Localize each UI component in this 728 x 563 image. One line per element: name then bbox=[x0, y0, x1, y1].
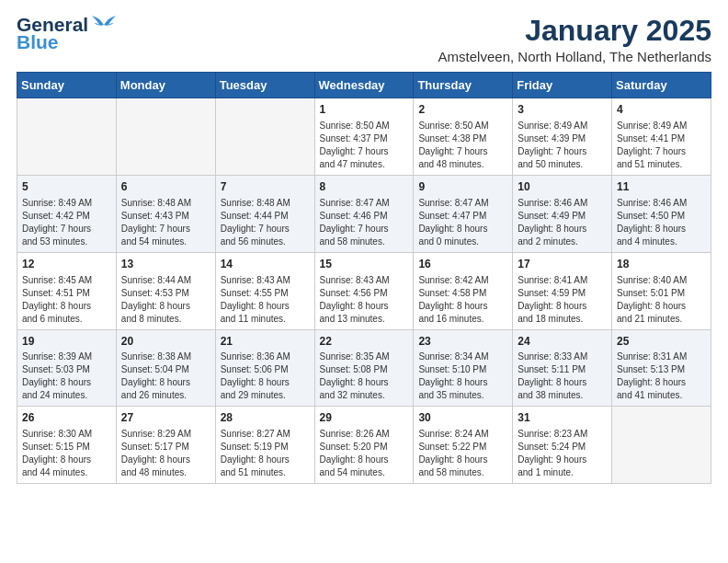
day-info: Sunrise: 8:36 AM Sunset: 5:06 PM Dayligh… bbox=[221, 350, 310, 402]
day-number: 31 bbox=[518, 410, 607, 426]
table-row: 15Sunrise: 8:43 AM Sunset: 4:56 PM Dayli… bbox=[314, 252, 414, 329]
table-row: 11Sunrise: 8:46 AM Sunset: 4:50 PM Dayli… bbox=[612, 175, 711, 252]
table-row: 28Sunrise: 8:27 AM Sunset: 5:19 PM Dayli… bbox=[215, 407, 314, 484]
day-info: Sunrise: 8:47 AM Sunset: 4:46 PM Dayligh… bbox=[320, 197, 409, 248]
day-number: 10 bbox=[518, 179, 607, 195]
col-saturday: Saturday bbox=[612, 73, 711, 98]
day-info: Sunrise: 8:41 AM Sunset: 4:59 PM Dayligh… bbox=[518, 274, 607, 326]
day-number: 24 bbox=[518, 334, 607, 350]
table-row: 5Sunrise: 8:49 AM Sunset: 4:42 PM Daylig… bbox=[17, 175, 117, 252]
table-row bbox=[215, 98, 314, 176]
table-row: 2Sunrise: 8:50 AM Sunset: 4:38 PM Daylig… bbox=[414, 98, 513, 176]
day-info: Sunrise: 8:40 AM Sunset: 5:01 PM Dayligh… bbox=[617, 274, 706, 326]
logo-bird-icon bbox=[90, 14, 118, 36]
day-info: Sunrise: 8:38 AM Sunset: 5:04 PM Dayligh… bbox=[121, 350, 210, 402]
day-info: Sunrise: 8:50 AM Sunset: 4:37 PM Dayligh… bbox=[320, 120, 409, 171]
col-friday: Friday bbox=[513, 73, 612, 98]
day-number: 12 bbox=[22, 257, 111, 272]
day-info: Sunrise: 8:44 AM Sunset: 4:53 PM Dayligh… bbox=[121, 274, 210, 326]
day-info: Sunrise: 8:39 AM Sunset: 5:03 PM Dayligh… bbox=[22, 350, 111, 402]
col-thursday: Thursday bbox=[414, 73, 513, 98]
table-row: 7Sunrise: 8:48 AM Sunset: 4:44 PM Daylig… bbox=[215, 175, 314, 252]
day-info: Sunrise: 8:45 AM Sunset: 4:51 PM Dayligh… bbox=[22, 274, 111, 326]
col-tuesday: Tuesday bbox=[215, 73, 314, 98]
table-row: 27Sunrise: 8:29 AM Sunset: 5:17 PM Dayli… bbox=[116, 407, 215, 484]
table-row: 13Sunrise: 8:44 AM Sunset: 4:53 PM Dayli… bbox=[116, 252, 215, 329]
header: General Blue January 2025 Amstelveen, No… bbox=[17, 15, 711, 64]
day-info: Sunrise: 8:42 AM Sunset: 4:58 PM Dayligh… bbox=[418, 274, 507, 326]
day-number: 6 bbox=[121, 179, 210, 195]
table-row: 10Sunrise: 8:46 AM Sunset: 4:49 PM Dayli… bbox=[513, 175, 612, 252]
table-row: 22Sunrise: 8:35 AM Sunset: 5:08 PM Dayli… bbox=[314, 329, 414, 407]
col-wednesday: Wednesday bbox=[314, 73, 414, 98]
table-row: 24Sunrise: 8:33 AM Sunset: 5:11 PM Dayli… bbox=[513, 329, 612, 407]
day-number: 29 bbox=[320, 410, 409, 426]
day-number: 15 bbox=[320, 257, 409, 272]
table-row: 21Sunrise: 8:36 AM Sunset: 5:06 PM Dayli… bbox=[215, 329, 314, 407]
day-info: Sunrise: 8:24 AM Sunset: 5:22 PM Dayligh… bbox=[418, 428, 507, 479]
table-row: 31Sunrise: 8:23 AM Sunset: 5:24 PM Dayli… bbox=[513, 407, 612, 484]
table-row: 3Sunrise: 8:49 AM Sunset: 4:39 PM Daylig… bbox=[513, 98, 612, 176]
day-number: 25 bbox=[617, 334, 706, 350]
day-number: 9 bbox=[418, 179, 507, 195]
day-number: 21 bbox=[221, 334, 310, 350]
table-row: 23Sunrise: 8:34 AM Sunset: 5:10 PM Dayli… bbox=[414, 329, 513, 407]
day-info: Sunrise: 8:48 AM Sunset: 4:44 PM Dayligh… bbox=[221, 197, 310, 248]
day-number: 30 bbox=[418, 410, 507, 426]
calendar-week-row: 26Sunrise: 8:30 AM Sunset: 5:15 PM Dayli… bbox=[17, 407, 711, 484]
day-number: 8 bbox=[320, 179, 409, 195]
table-row: 1Sunrise: 8:50 AM Sunset: 4:37 PM Daylig… bbox=[314, 98, 414, 176]
day-info: Sunrise: 8:49 AM Sunset: 4:42 PM Dayligh… bbox=[22, 197, 111, 248]
day-number: 2 bbox=[418, 102, 507, 118]
day-number: 20 bbox=[121, 334, 210, 350]
day-number: 5 bbox=[22, 179, 111, 195]
day-number: 27 bbox=[121, 410, 210, 426]
day-info: Sunrise: 8:49 AM Sunset: 4:39 PM Dayligh… bbox=[518, 120, 607, 171]
table-row: 18Sunrise: 8:40 AM Sunset: 5:01 PM Dayli… bbox=[612, 252, 711, 329]
table-row: 17Sunrise: 8:41 AM Sunset: 4:59 PM Dayli… bbox=[513, 252, 612, 329]
table-row bbox=[116, 98, 215, 176]
day-number: 7 bbox=[221, 179, 310, 195]
col-sunday: Sunday bbox=[17, 73, 117, 98]
day-number: 18 bbox=[617, 257, 706, 272]
table-row: 30Sunrise: 8:24 AM Sunset: 5:22 PM Dayli… bbox=[414, 407, 513, 484]
day-info: Sunrise: 8:43 AM Sunset: 4:56 PM Dayligh… bbox=[320, 274, 409, 326]
table-row: 20Sunrise: 8:38 AM Sunset: 5:04 PM Dayli… bbox=[116, 329, 215, 407]
calendar-week-row: 5Sunrise: 8:49 AM Sunset: 4:42 PM Daylig… bbox=[17, 175, 711, 252]
title-block: January 2025 Amstelveen, North Holland, … bbox=[438, 15, 711, 64]
table-row bbox=[612, 407, 711, 484]
day-info: Sunrise: 8:46 AM Sunset: 4:50 PM Dayligh… bbox=[617, 197, 706, 248]
day-number: 3 bbox=[518, 102, 607, 118]
day-info: Sunrise: 8:47 AM Sunset: 4:47 PM Dayligh… bbox=[418, 197, 507, 248]
table-row: 25Sunrise: 8:31 AM Sunset: 5:13 PM Dayli… bbox=[612, 329, 711, 407]
day-number: 17 bbox=[518, 257, 607, 272]
table-row: 6Sunrise: 8:48 AM Sunset: 4:43 PM Daylig… bbox=[116, 175, 215, 252]
day-info: Sunrise: 8:27 AM Sunset: 5:19 PM Dayligh… bbox=[221, 428, 310, 479]
day-info: Sunrise: 8:50 AM Sunset: 4:38 PM Dayligh… bbox=[418, 120, 507, 171]
table-row: 4Sunrise: 8:49 AM Sunset: 4:41 PM Daylig… bbox=[612, 98, 711, 176]
day-number: 19 bbox=[22, 334, 111, 350]
calendar-week-row: 1Sunrise: 8:50 AM Sunset: 4:37 PM Daylig… bbox=[17, 98, 711, 176]
logo: General Blue bbox=[17, 15, 118, 52]
table-row: 14Sunrise: 8:43 AM Sunset: 4:55 PM Dayli… bbox=[215, 252, 314, 329]
main-title: January 2025 bbox=[438, 15, 711, 47]
day-number: 26 bbox=[22, 410, 111, 426]
day-number: 14 bbox=[221, 257, 310, 272]
day-number: 28 bbox=[221, 410, 310, 426]
day-info: Sunrise: 8:35 AM Sunset: 5:08 PM Dayligh… bbox=[320, 350, 409, 402]
day-number: 1 bbox=[320, 102, 409, 118]
table-row bbox=[17, 98, 117, 176]
day-info: Sunrise: 8:33 AM Sunset: 5:11 PM Dayligh… bbox=[518, 350, 607, 402]
day-number: 13 bbox=[121, 257, 210, 272]
day-info: Sunrise: 8:48 AM Sunset: 4:43 PM Dayligh… bbox=[121, 197, 210, 248]
day-number: 23 bbox=[418, 334, 507, 350]
day-info: Sunrise: 8:29 AM Sunset: 5:17 PM Dayligh… bbox=[121, 428, 210, 479]
table-row: 12Sunrise: 8:45 AM Sunset: 4:51 PM Dayli… bbox=[17, 252, 117, 329]
calendar-table: Sunday Monday Tuesday Wednesday Thursday… bbox=[17, 72, 711, 484]
day-info: Sunrise: 8:34 AM Sunset: 5:10 PM Dayligh… bbox=[418, 350, 507, 402]
subtitle: Amstelveen, North Holland, The Netherlan… bbox=[438, 49, 711, 64]
day-number: 22 bbox=[320, 334, 409, 350]
col-monday: Monday bbox=[116, 73, 215, 98]
table-row: 26Sunrise: 8:30 AM Sunset: 5:15 PM Dayli… bbox=[17, 407, 117, 484]
day-info: Sunrise: 8:30 AM Sunset: 5:15 PM Dayligh… bbox=[22, 428, 111, 479]
